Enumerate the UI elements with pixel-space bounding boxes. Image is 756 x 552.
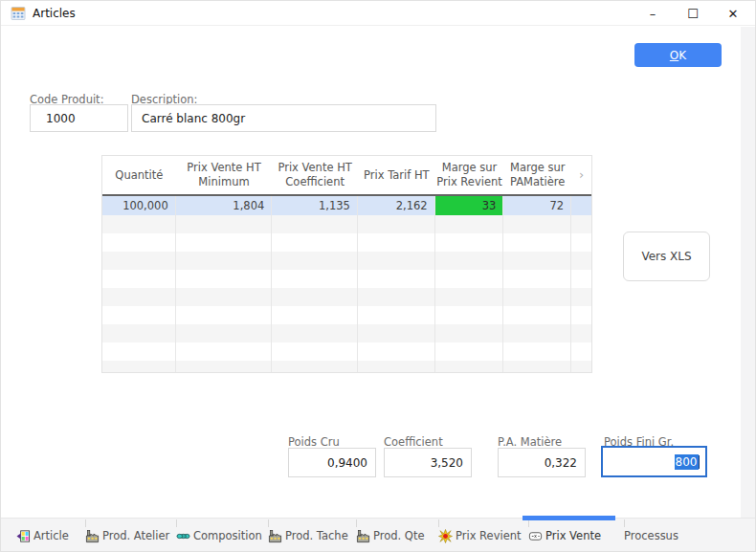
empty-cell [503, 288, 571, 306]
tab-prix-vente-label: Prix Vente [545, 529, 601, 542]
empty-cell [571, 270, 591, 288]
maximize-button[interactable]: ☐ [673, 1, 713, 26]
empty-cell [571, 306, 591, 324]
empty-cell [272, 342, 358, 361]
col-header-quantite: Quantité [102, 156, 176, 194]
empty-cell [435, 215, 504, 233]
form-icon [16, 529, 31, 543]
empty-cell [176, 361, 273, 373]
tab-prix-revient[interactable]: Prix Revient [438, 519, 528, 551]
empty-cell [503, 252, 571, 270]
empty-cell [358, 306, 435, 324]
poids-cru-label: Poids Cru [288, 435, 340, 449]
empty-cell [102, 270, 176, 288]
empty-cell [176, 233, 273, 252]
empty-cell [102, 288, 176, 306]
tab-prod-atelier-label: Prod. Atelier [102, 529, 169, 542]
col-header-pv-minimum: Prix Vente HTMinimum [176, 156, 273, 194]
tab-composition-label: Composition [193, 529, 262, 542]
empty-cell [272, 306, 358, 324]
empty-cell [571, 215, 591, 233]
table-row-empty[interactable] [102, 270, 591, 288]
empty-cell [435, 342, 504, 361]
empty-cell [102, 306, 176, 324]
minimize-button[interactable]: – [633, 1, 673, 26]
vers-xls-button[interactable]: Vers XLS [623, 232, 710, 281]
ok-button[interactable]: OK [634, 43, 722, 67]
table-row-selected[interactable]: 100,000 1,804 1,135 2,162 33 72 [102, 196, 591, 215]
price-table: Quantité Prix Vente HTMinimum Prix Vente… [101, 155, 592, 373]
tab-article-label: Article [33, 529, 69, 542]
empty-cell [358, 252, 435, 270]
code-produit-input[interactable] [30, 104, 128, 132]
empty-cell [102, 215, 176, 233]
empty-cell [102, 342, 176, 361]
cell-pv-coefficient: 1,135 [272, 196, 358, 215]
tab-processus[interactable]: Processus [624, 519, 700, 551]
coefficient-input[interactable] [384, 448, 472, 477]
empty-cell [102, 361, 176, 373]
empty-cell [503, 324, 571, 342]
empty-cell [176, 306, 273, 324]
table-row-empty[interactable] [102, 361, 591, 373]
tab-prix-vente[interactable]: Prix Vente [528, 519, 624, 551]
description-input[interactable] [131, 104, 436, 132]
tab-prod-qte-label: Prod. Qte [373, 529, 425, 542]
tab-composition[interactable]: Composition [176, 519, 268, 551]
close-button[interactable]: ✕ [713, 1, 753, 26]
poids-fini-input[interactable]: 800 [601, 446, 707, 477]
empty-cell [503, 233, 571, 252]
articles-window: Articles – ☐ ✕ OK Code Produit: Descript… [0, 0, 756, 552]
empty-cell [176, 215, 273, 233]
empty-cell [272, 252, 358, 270]
empty-cell [571, 252, 591, 270]
coefficient-label: Coefficient [384, 435, 443, 449]
empty-cell [503, 342, 571, 361]
empty-cell [571, 342, 591, 361]
empty-cell [571, 324, 591, 342]
table-row-empty[interactable] [102, 215, 591, 233]
empty-cell [102, 252, 176, 270]
empty-cell [176, 342, 273, 361]
table-row-empty[interactable] [102, 233, 591, 252]
empty-cell [358, 288, 435, 306]
empty-cell [571, 233, 591, 252]
cell-spacer [571, 196, 591, 215]
empty-cell [176, 270, 273, 288]
empty-rows-container [102, 215, 591, 373]
empty-cell [358, 270, 435, 288]
factory-icon [268, 529, 282, 543]
tab-prod-atelier[interactable]: Prod. Atelier [85, 519, 176, 551]
tab-prod-qte[interactable]: Prod. Qte [356, 519, 438, 551]
cell-pv-minimum: 1,804 [176, 196, 273, 215]
factory-icon [85, 529, 100, 543]
empty-cell [435, 324, 504, 342]
chevron-right-icon[interactable]: › [571, 156, 591, 194]
empty-cell [435, 361, 504, 373]
table-row-empty[interactable] [102, 288, 591, 306]
empty-cell [358, 342, 435, 361]
tab-article[interactable]: Article [16, 519, 85, 551]
price-tag-icon [528, 529, 543, 543]
empty-cell [503, 215, 571, 233]
empty-cell [503, 306, 571, 324]
pa-matiere-input[interactable] [498, 448, 586, 477]
empty-cell [503, 270, 571, 288]
star-burst-icon [438, 529, 453, 543]
tab-prod-tache[interactable]: Prod. Tache [268, 519, 356, 551]
empty-cell [272, 361, 358, 373]
poids-cru-input[interactable] [288, 448, 376, 477]
empty-cell [272, 324, 358, 342]
ok-button-label: OK [634, 49, 722, 62]
table-row-empty[interactable] [102, 324, 591, 342]
cell-quantite: 100,000 [102, 196, 176, 215]
right-gutter [741, 27, 755, 551]
pa-matiere-label: P.A. Matière [498, 435, 562, 449]
table-row-empty[interactable] [102, 342, 591, 361]
empty-cell [176, 324, 273, 342]
table-row-empty[interactable] [102, 252, 591, 270]
empty-cell [358, 233, 435, 252]
empty-cell [272, 215, 358, 233]
tab-prod-tache-label: Prod. Tache [285, 529, 348, 542]
table-row-empty[interactable] [102, 306, 591, 324]
